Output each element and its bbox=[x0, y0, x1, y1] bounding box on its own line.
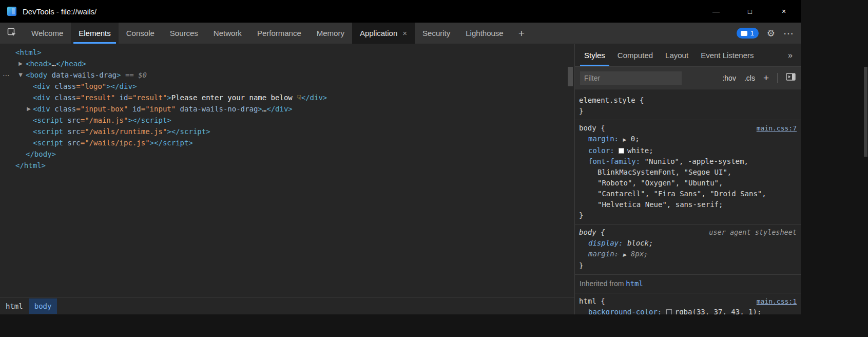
selector[interactable]: body bbox=[579, 228, 596, 236]
tag-token: </head> bbox=[56, 60, 86, 68]
tab-lighthouse[interactable]: Lighthouse bbox=[458, 23, 511, 44]
selector[interactable]: body bbox=[579, 124, 596, 132]
tree-node-div-input-box[interactable]: ▶<div class="input-box" id="input" data-… bbox=[0, 103, 567, 115]
property-name[interactable]: display: bbox=[588, 239, 623, 247]
expand-arrow-icon[interactable]: ▶ bbox=[17, 58, 24, 69]
tree-node-html-close[interactable]: </html> bbox=[0, 160, 567, 171]
inherited-from-label: Inherited from bbox=[580, 279, 624, 288]
elements-scrollbar-thumb[interactable] bbox=[568, 67, 573, 86]
color-swatch[interactable] bbox=[619, 148, 624, 154]
color-swatch[interactable] bbox=[666, 309, 672, 314]
tag-token: </div> bbox=[301, 93, 327, 102]
window-controls: — □ × bbox=[699, 0, 801, 23]
property-value[interactable]: 8px; bbox=[631, 250, 648, 258]
tab-performance[interactable]: Performance bbox=[249, 23, 309, 44]
declaration-margin[interactable]: margin: ▶ 0; bbox=[579, 134, 797, 145]
close-button[interactable]: × bbox=[767, 0, 801, 23]
tag-token: ></script> bbox=[128, 116, 171, 124]
property-value[interactable]: block; bbox=[627, 239, 653, 247]
add-tab-button[interactable]: + bbox=[511, 23, 532, 44]
close-tab-icon[interactable]: × bbox=[402, 29, 407, 38]
dollar-zero-badge: $0 bbox=[138, 71, 147, 79]
expand-shorthand-icon[interactable]: ▶ bbox=[623, 137, 626, 142]
tab-event-listeners[interactable]: Event Listeners bbox=[695, 44, 760, 66]
expand-arrow-icon[interactable]: ▶ bbox=[26, 103, 32, 115]
stylesheet-link[interactable]: main.css:1 bbox=[757, 296, 797, 307]
tree-node-body-close[interactable]: </body> bbox=[0, 148, 567, 160]
tree-node-html-open[interactable]: <html> bbox=[0, 47, 567, 58]
property-name[interactable]: margin: bbox=[588, 135, 619, 143]
value-wrap-line: BlinkMacSystemFont, "Segoe UI", bbox=[579, 167, 797, 178]
breadcrumb-item-body[interactable]: body bbox=[29, 298, 57, 314]
tab-memory[interactable]: Memory bbox=[309, 23, 352, 44]
declaration-font-family[interactable]: font-family: "Nunito", -apple-system, bbox=[579, 156, 797, 167]
tab-sources[interactable]: Sources bbox=[162, 23, 206, 44]
tree-node-head[interactable]: ▶<head>…</head> bbox=[0, 58, 567, 69]
tab-welcome[interactable]: Welcome bbox=[24, 23, 71, 44]
pointing-down-emoji: ☟ bbox=[297, 93, 301, 102]
property-value[interactable]: "Nunito", -apple-system, bbox=[645, 157, 748, 165]
maximize-button[interactable]: □ bbox=[733, 0, 767, 23]
declaration-display[interactable]: display: block; bbox=[579, 238, 797, 249]
rule-close-line: } bbox=[579, 210, 797, 221]
property-name[interactable]: color: bbox=[588, 146, 614, 155]
declaration-color[interactable]: color: white; bbox=[579, 145, 797, 156]
tab-console[interactable]: Console bbox=[119, 23, 162, 44]
tag-token: ></script> bbox=[167, 127, 210, 136]
inherited-node-link[interactable]: html bbox=[626, 279, 643, 288]
tab-computed[interactable]: Computed bbox=[611, 44, 659, 66]
tree-node-div-logo[interactable]: <div class="logo"></div> bbox=[0, 81, 567, 92]
tree-node-script-main[interactable]: <script src="/main.js"></script> bbox=[0, 115, 567, 126]
collapse-arrow-icon[interactable]: ▼ bbox=[17, 69, 24, 81]
tag-token: ></script> bbox=[150, 139, 193, 147]
inherited-from-section: Inherited from html bbox=[575, 275, 801, 293]
more-tabs-icon[interactable]: » bbox=[788, 51, 793, 60]
stylesheet-link[interactable]: main.css:7 bbox=[757, 123, 797, 134]
tag-token: <div bbox=[33, 105, 50, 113]
tree-node-body[interactable]: ⋯▼<body data-wails-drag> == $0 bbox=[0, 69, 567, 81]
expand-shorthand-icon[interactable]: ▶ bbox=[623, 252, 626, 257]
property-value[interactable]: white; bbox=[627, 146, 653, 155]
property-name[interactable]: background-color: bbox=[588, 308, 662, 314]
tab-security[interactable]: Security bbox=[415, 23, 458, 44]
property-value[interactable]: 0; bbox=[631, 135, 640, 143]
open-brace: { bbox=[601, 228, 605, 236]
issues-bubble-icon bbox=[741, 31, 747, 36]
declaration-margin-overridden[interactable]: margin: ▶ 8px; bbox=[579, 249, 797, 260]
element-classes-toggle[interactable]: .cls bbox=[744, 74, 755, 82]
issues-count: 1 bbox=[750, 29, 754, 37]
tag-token: <script bbox=[33, 127, 63, 136]
selector[interactable]: html bbox=[579, 297, 596, 305]
settings-gear-icon[interactable]: ⚙ bbox=[767, 28, 775, 39]
tab-styles[interactable]: Styles bbox=[578, 44, 611, 66]
selector[interactable]: element.style bbox=[579, 96, 635, 104]
tab-network[interactable]: Network bbox=[206, 23, 249, 44]
tag-token: <div bbox=[33, 93, 50, 102]
tree-node-script-runtime[interactable]: <script src="/wails/runtime.js"></script… bbox=[0, 126, 567, 137]
tab-elements[interactable]: Elements bbox=[71, 23, 119, 44]
computed-pane-toggle-icon[interactable] bbox=[786, 73, 796, 83]
toolbar-divider bbox=[777, 73, 778, 83]
issues-counter[interactable]: 1 bbox=[737, 28, 759, 39]
tree-node-script-ipc[interactable]: <script src="/wails/ipc.js"></script> bbox=[0, 137, 567, 148]
rule-close-line: } bbox=[579, 106, 797, 117]
elements-panel: <html> ▶<head>…</head> ⋯▼<body data-wail… bbox=[0, 44, 574, 314]
rule-selector-line[interactable]: element.style { bbox=[579, 95, 797, 106]
more-options-icon[interactable]: ⋯ bbox=[783, 27, 794, 40]
minimize-button[interactable]: — bbox=[699, 0, 733, 23]
property-value[interactable]: rgba(33, 37, 43, 1); bbox=[675, 308, 762, 314]
breadcrumb-item-html[interactable]: html bbox=[0, 298, 29, 314]
node-menu-dots-icon[interactable]: ⋯ bbox=[3, 69, 10, 81]
inspect-element-button[interactable] bbox=[0, 23, 24, 44]
tab-application[interactable]: Application × bbox=[352, 23, 415, 44]
declaration-background-color[interactable]: background-color: rgba(33, 37, 43, 1); bbox=[579, 307, 797, 314]
styles-filter-input[interactable] bbox=[580, 71, 682, 85]
property-name[interactable]: font-family: bbox=[588, 157, 640, 165]
tag-token: <script bbox=[33, 139, 63, 147]
property-name[interactable]: margin: bbox=[588, 250, 619, 258]
tab-layout[interactable]: Layout bbox=[659, 44, 695, 66]
rule-body-authored: main.css:7 body { margin: ▶ 0; color: wh… bbox=[575, 120, 801, 224]
pseudo-state-toggle[interactable]: :hov bbox=[722, 74, 736, 82]
tree-node-div-result[interactable]: <div class="result" id="result">Please e… bbox=[0, 92, 567, 103]
new-style-rule-button[interactable]: + bbox=[763, 72, 769, 84]
